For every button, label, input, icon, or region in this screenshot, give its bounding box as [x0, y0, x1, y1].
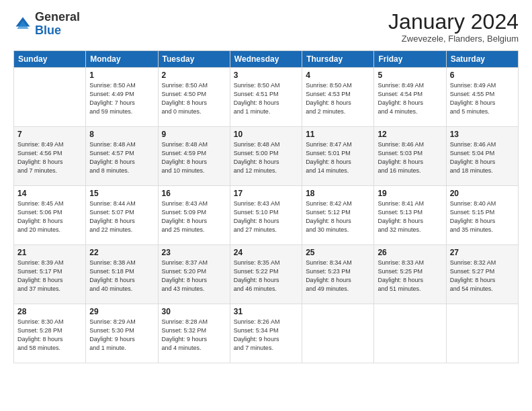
day-info: Sunrise: 8:49 AM Sunset: 4:54 PM Dayligh… [378, 81, 442, 116]
calendar-cell: 11Sunrise: 8:47 AM Sunset: 5:01 PM Dayli… [302, 127, 374, 186]
calendar-week-row: 7Sunrise: 8:49 AM Sunset: 4:56 PM Daylig… [14, 127, 519, 186]
day-number: 30 [162, 307, 226, 316]
day-number: 17 [234, 189, 298, 198]
day-number: 2 [162, 71, 226, 80]
day-info: Sunrise: 8:46 AM Sunset: 5:04 PM Dayligh… [450, 140, 515, 175]
day-number: 21 [17, 248, 82, 257]
calendar-cell: 25Sunrise: 8:34 AM Sunset: 5:23 PM Dayli… [302, 245, 374, 304]
day-info: Sunrise: 8:50 AM Sunset: 4:53 PM Dayligh… [306, 81, 370, 116]
day-info: Sunrise: 8:38 AM Sunset: 5:18 PM Dayligh… [89, 259, 154, 293]
day-info: Sunrise: 8:45 AM Sunset: 5:06 PM Dayligh… [17, 199, 82, 234]
day-number: 14 [17, 189, 82, 198]
day-info: Sunrise: 8:43 AM Sunset: 5:10 PM Dayligh… [234, 199, 298, 234]
day-info: Sunrise: 8:48 AM Sunset: 4:57 PM Dayligh… [89, 140, 154, 175]
day-info: Sunrise: 8:33 AM Sunset: 5:25 PM Dayligh… [378, 259, 442, 293]
day-info: Sunrise: 8:32 AM Sunset: 5:27 PM Dayligh… [450, 259, 515, 293]
page-header: General Blue January 2024 Zwevezele, Fla… [13, 11, 519, 44]
day-number: 13 [450, 130, 515, 139]
day-info: Sunrise: 8:50 AM Sunset: 4:51 PM Dayligh… [234, 81, 298, 116]
location-subtitle: Zwevezele, Flanders, Belgium [388, 34, 519, 44]
day-info: Sunrise: 8:26 AM Sunset: 5:34 PM Dayligh… [234, 318, 298, 353]
calendar-cell: 31Sunrise: 8:26 AM Sunset: 5:34 PM Dayli… [230, 304, 302, 363]
day-number: 16 [162, 189, 226, 198]
day-info: Sunrise: 8:34 AM Sunset: 5:23 PM Dayligh… [306, 259, 370, 293]
day-number: 4 [306, 71, 370, 80]
day-number: 9 [162, 130, 226, 139]
column-header-friday: Friday [374, 51, 446, 68]
day-info: Sunrise: 8:50 AM Sunset: 4:49 PM Dayligh… [89, 81, 154, 116]
logo: General Blue [13, 11, 80, 38]
day-number: 29 [89, 307, 154, 316]
day-info: Sunrise: 8:48 AM Sunset: 5:00 PM Dayligh… [234, 140, 298, 175]
day-number: 10 [234, 130, 298, 139]
calendar-week-row: 14Sunrise: 8:45 AM Sunset: 5:06 PM Dayli… [14, 186, 519, 245]
day-number: 15 [89, 189, 154, 198]
column-header-sunday: Sunday [14, 51, 86, 68]
calendar-header-row: SundayMondayTuesdayWednesdayThursdayFrid… [14, 51, 519, 68]
calendar-cell: 15Sunrise: 8:44 AM Sunset: 5:07 PM Dayli… [86, 186, 158, 245]
column-header-thursday: Thursday [302, 51, 374, 68]
calendar-table: SundayMondayTuesdayWednesdayThursdayFrid… [13, 50, 519, 363]
calendar-week-row: 1Sunrise: 8:50 AM Sunset: 4:49 PM Daylig… [14, 68, 519, 127]
day-info: Sunrise: 8:41 AM Sunset: 5:13 PM Dayligh… [378, 199, 442, 234]
day-number: 12 [378, 130, 442, 139]
day-info: Sunrise: 8:35 AM Sunset: 5:22 PM Dayligh… [234, 259, 298, 293]
logo-icon [13, 15, 32, 34]
day-number: 24 [234, 248, 298, 257]
day-info: Sunrise: 8:50 AM Sunset: 4:50 PM Dayligh… [162, 81, 226, 116]
day-number: 3 [234, 71, 298, 80]
calendar-cell: 1Sunrise: 8:50 AM Sunset: 4:49 PM Daylig… [86, 68, 158, 127]
calendar-cell: 10Sunrise: 8:48 AM Sunset: 5:00 PM Dayli… [230, 127, 302, 186]
calendar-cell: 19Sunrise: 8:41 AM Sunset: 5:13 PM Dayli… [374, 186, 446, 245]
calendar-cell: 18Sunrise: 8:42 AM Sunset: 5:12 PM Dayli… [302, 186, 374, 245]
calendar-week-row: 21Sunrise: 8:39 AM Sunset: 5:17 PM Dayli… [14, 245, 519, 304]
day-number: 26 [378, 248, 442, 257]
calendar-cell: 5Sunrise: 8:49 AM Sunset: 4:54 PM Daylig… [374, 68, 446, 127]
column-header-wednesday: Wednesday [230, 51, 302, 68]
day-number: 23 [162, 248, 226, 257]
calendar-cell: 3Sunrise: 8:50 AM Sunset: 4:51 PM Daylig… [230, 68, 302, 127]
calendar-cell: 26Sunrise: 8:33 AM Sunset: 5:25 PM Dayli… [374, 245, 446, 304]
calendar-page: General Blue January 2024 Zwevezele, Fla… [0, 0, 532, 411]
day-info: Sunrise: 8:49 AM Sunset: 4:56 PM Dayligh… [17, 140, 82, 175]
day-info: Sunrise: 8:47 AM Sunset: 5:01 PM Dayligh… [306, 140, 370, 175]
title-block: January 2024 Zwevezele, Flanders, Belgiu… [388, 11, 519, 44]
day-info: Sunrise: 8:43 AM Sunset: 5:09 PM Dayligh… [162, 199, 226, 234]
day-info: Sunrise: 8:39 AM Sunset: 5:17 PM Dayligh… [17, 259, 82, 293]
day-info: Sunrise: 8:28 AM Sunset: 5:32 PM Dayligh… [162, 318, 226, 353]
day-info: Sunrise: 8:48 AM Sunset: 4:59 PM Dayligh… [162, 140, 226, 175]
calendar-cell: 21Sunrise: 8:39 AM Sunset: 5:17 PM Dayli… [14, 245, 86, 304]
day-number: 31 [234, 307, 298, 316]
calendar-cell [374, 304, 446, 363]
calendar-cell: 29Sunrise: 8:29 AM Sunset: 5:30 PM Dayli… [86, 304, 158, 363]
day-info: Sunrise: 8:37 AM Sunset: 5:20 PM Dayligh… [162, 259, 226, 293]
calendar-cell: 23Sunrise: 8:37 AM Sunset: 5:20 PM Dayli… [158, 245, 230, 304]
calendar-cell: 22Sunrise: 8:38 AM Sunset: 5:18 PM Dayli… [86, 245, 158, 304]
day-number: 19 [378, 189, 442, 198]
calendar-cell: 30Sunrise: 8:28 AM Sunset: 5:32 PM Dayli… [158, 304, 230, 363]
column-header-saturday: Saturday [446, 51, 518, 68]
day-number: 8 [89, 130, 154, 139]
day-number: 27 [450, 248, 515, 257]
column-header-tuesday: Tuesday [158, 51, 230, 68]
calendar-cell: 20Sunrise: 8:40 AM Sunset: 5:15 PM Dayli… [446, 186, 518, 245]
calendar-cell: 8Sunrise: 8:48 AM Sunset: 4:57 PM Daylig… [86, 127, 158, 186]
calendar-cell: 14Sunrise: 8:45 AM Sunset: 5:06 PM Dayli… [14, 186, 86, 245]
calendar-cell: 12Sunrise: 8:46 AM Sunset: 5:03 PM Dayli… [374, 127, 446, 186]
day-number: 7 [17, 130, 82, 139]
calendar-cell: 16Sunrise: 8:43 AM Sunset: 5:09 PM Dayli… [158, 186, 230, 245]
calendar-cell: 6Sunrise: 8:49 AM Sunset: 4:55 PM Daylig… [446, 68, 518, 127]
calendar-cell: 2Sunrise: 8:50 AM Sunset: 4:50 PM Daylig… [158, 68, 230, 127]
calendar-cell: 7Sunrise: 8:49 AM Sunset: 4:56 PM Daylig… [14, 127, 86, 186]
calendar-cell: 4Sunrise: 8:50 AM Sunset: 4:53 PM Daylig… [302, 68, 374, 127]
calendar-cell [446, 304, 518, 363]
logo-text: General Blue [35, 11, 80, 38]
day-info: Sunrise: 8:44 AM Sunset: 5:07 PM Dayligh… [89, 199, 154, 234]
day-number: 25 [306, 248, 370, 257]
day-info: Sunrise: 8:49 AM Sunset: 4:55 PM Dayligh… [450, 81, 515, 116]
day-info: Sunrise: 8:30 AM Sunset: 5:28 PM Dayligh… [17, 318, 82, 353]
calendar-cell: 28Sunrise: 8:30 AM Sunset: 5:28 PM Dayli… [14, 304, 86, 363]
calendar-cell [302, 304, 374, 363]
day-number: 22 [89, 248, 154, 257]
calendar-week-row: 28Sunrise: 8:30 AM Sunset: 5:28 PM Dayli… [14, 304, 519, 363]
